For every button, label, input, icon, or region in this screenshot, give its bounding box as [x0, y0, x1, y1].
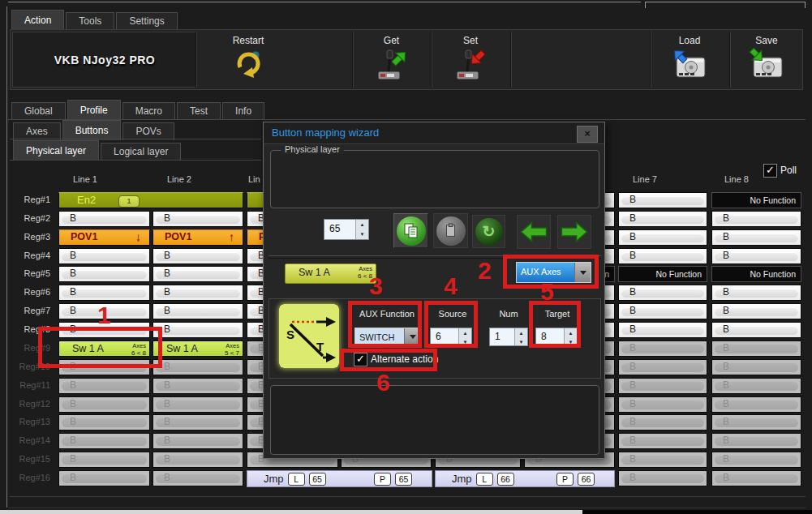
cell-line7-r11[interactable]: B	[618, 378, 707, 394]
cell-line2-r12[interactable]: B	[153, 396, 243, 413]
dialog-title-bar[interactable]: Button mapping wizard ×	[264, 122, 604, 144]
cell-line2-r7[interactable]: B	[153, 303, 243, 319]
tab-global[interactable]: Global	[11, 102, 66, 120]
load-button[interactable]	[650, 48, 729, 80]
paste-button[interactable]	[433, 213, 468, 248]
button-index-spinner[interactable]: 65 ▲▼	[324, 219, 369, 240]
set-button[interactable]	[431, 48, 510, 82]
cell-line2-r11[interactable]: B	[153, 378, 243, 394]
cell-line7-r10[interactable]: B	[618, 359, 707, 375]
cell-line2-r14[interactable]: B	[153, 433, 243, 449]
prev-button[interactable]	[517, 215, 551, 249]
cell-line1-r16[interactable]: B	[58, 470, 150, 486]
cell-line2-r6[interactable]: B	[153, 285, 243, 301]
cell-line1-r5[interactable]: B	[58, 266, 150, 282]
cell-line1-r15[interactable]: B	[58, 452, 150, 468]
cell-line8-r4[interactable]: B	[711, 248, 801, 264]
cell-line8-r11[interactable]: B	[711, 378, 801, 394]
cell-line7-r3[interactable]: B	[618, 229, 707, 246]
cell-line1-r14[interactable]: B	[58, 433, 150, 449]
cell-line8-r6[interactable]: B	[711, 285, 801, 301]
cell-line7-r13[interactable]: B	[618, 414, 707, 430]
tab-povs[interactable]: POVs	[122, 122, 174, 140]
spin-up-icon[interactable]: ▲	[356, 220, 368, 229]
spinner-arrows[interactable]: ▲▼	[514, 328, 527, 345]
tab-action[interactable]: Action	[11, 10, 64, 30]
line-header: Line 1	[73, 174, 97, 184]
cell-line7-r15[interactable]: B	[618, 452, 707, 468]
cell-line7-r16[interactable]: B	[618, 470, 707, 486]
tab-macro[interactable]: Macro	[122, 102, 175, 120]
cell-line7-r9[interactable]: B	[618, 341, 707, 357]
tab-buttons[interactable]: Buttons	[62, 120, 122, 140]
tab-axes[interactable]: Axes	[13, 122, 61, 140]
cell-line2-r10[interactable]: B	[153, 359, 243, 375]
spinner-arrows[interactable]: ▲▼	[355, 220, 368, 239]
cell-en2[interactable]: En21	[58, 192, 243, 208]
cell-line7-r14[interactable]: B	[618, 433, 707, 449]
cell-line2-r8[interactable]: B	[153, 322, 243, 338]
cell-line2-r4[interactable]: B	[153, 248, 243, 264]
get-button[interactable]	[352, 48, 431, 82]
cell-line7-r7[interactable]: B	[618, 303, 707, 319]
next-button[interactable]	[557, 215, 591, 249]
cell-line8-r10[interactable]: B	[711, 359, 801, 375]
cell-line1-r6[interactable]: B	[58, 285, 150, 301]
cell-line1-r12[interactable]: B	[58, 396, 150, 413]
tab-info[interactable]: Info	[222, 102, 264, 120]
cell-line7-r5[interactable]: No Function	[618, 266, 707, 282]
cell-line8-r3[interactable]: B	[711, 229, 801, 246]
cell-line8-r15[interactable]: B	[711, 452, 801, 468]
refresh-button[interactable]: ↻	[472, 215, 505, 248]
spin-down-icon[interactable]: ▼	[515, 337, 527, 346]
tab-settings[interactable]: Settings	[116, 12, 177, 30]
tab-test[interactable]: Test	[177, 102, 221, 120]
num-spinner[interactable]: 1 ▲▼	[489, 328, 528, 346]
cell-line2-r9[interactable]: Sw 1 AAxes5 < 7	[153, 341, 243, 357]
spin-down-icon[interactable]: ▼	[356, 229, 368, 239]
copy-button[interactable]	[393, 213, 428, 248]
cell-line7-r12[interactable]: B	[618, 396, 707, 413]
cell-line2-r13[interactable]: B	[153, 414, 243, 430]
save-button[interactable]	[729, 48, 804, 80]
cell-line8-r8[interactable]: B	[711, 322, 801, 338]
cell-line2-r2[interactable]: B	[153, 211, 243, 227]
cell-line1-r4[interactable]: B	[58, 248, 150, 264]
cell-line7-r2[interactable]: B	[618, 211, 707, 227]
jmp-cell[interactable]: JmpL66P66	[435, 470, 615, 487]
selected-button-display[interactable]: Sw 1 A Axes6 < 8	[285, 263, 376, 284]
cell-line8-r9[interactable]: B	[711, 341, 801, 357]
cell-line8-r16[interactable]: B	[711, 470, 801, 486]
cell-line1-r13[interactable]: B	[58, 414, 150, 430]
tab-physical-layer[interactable]: Physical layer	[13, 140, 99, 161]
cell-line8-r13[interactable]: B	[711, 414, 801, 430]
cell-line8-r7[interactable]: B	[711, 303, 801, 319]
tab-tools[interactable]: Tools	[66, 12, 114, 30]
spin-up-icon[interactable]: ▲	[515, 328, 527, 337]
close-icon[interactable]: ×	[577, 126, 598, 143]
cell-line8-r1[interactable]: No Function	[711, 192, 801, 208]
cell-line7-r8[interactable]: B	[618, 322, 707, 338]
switch-target-letter: T	[316, 340, 324, 353]
cell-line7-r1[interactable]: B	[618, 192, 707, 208]
cell-line7-r6[interactable]: B	[618, 285, 707, 301]
cell-line7-r4[interactable]: B	[618, 248, 707, 264]
cell-line8-r14[interactable]: B	[711, 433, 801, 449]
cell-line8-r5[interactable]: No Function	[711, 266, 801, 282]
jmp-cell[interactable]: JmpL65P65	[247, 470, 432, 487]
annotation-box-1	[38, 327, 162, 368]
restart-button[interactable]	[195, 48, 301, 79]
poll-checkbox[interactable]: ✓	[763, 164, 777, 178]
cell-line2-r16[interactable]: B	[153, 470, 243, 486]
cell-line8-r12[interactable]: B	[711, 396, 801, 413]
copy-icon	[397, 216, 426, 246]
tab-logical-layer[interactable]: Logical layer	[101, 143, 181, 161]
cell-line2-r5[interactable]: B	[153, 266, 243, 282]
cell-line1-r3[interactable]: POV1↓	[58, 229, 150, 246]
cell-line8-r2[interactable]: B	[711, 211, 801, 227]
tab-profile[interactable]: Profile	[67, 100, 121, 120]
cell-line1-r11[interactable]: B	[58, 378, 150, 394]
cell-line2-r15[interactable]: B	[153, 452, 243, 468]
cell-line2-r3[interactable]: POV1↑	[153, 229, 243, 246]
cell-line1-r2[interactable]: B	[58, 211, 150, 227]
